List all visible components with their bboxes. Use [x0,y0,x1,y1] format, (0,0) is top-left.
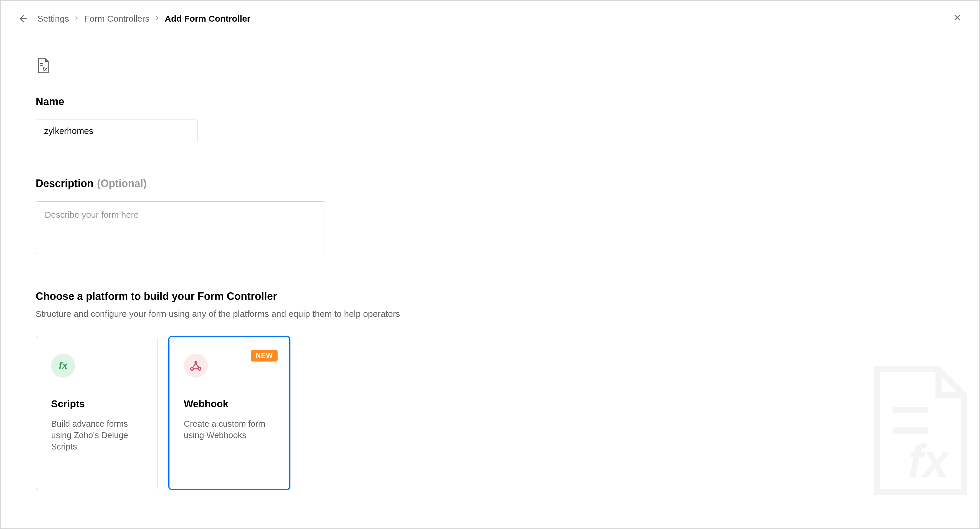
main-content: fx Name Description (Optional) Choose a … [1,37,979,511]
webhook-card-desc: Create a custom form using Webhooks [184,418,275,441]
svg-text:fx: fx [42,66,47,72]
breadcrumb: Settings Form Controllers Add Form Contr… [37,14,250,24]
platform-section: Choose a platform to build your Form Con… [36,290,944,490]
name-label: Name [36,96,944,108]
platform-section-subtitle: Structure and configure your form using … [36,309,944,319]
scripts-icon-wrapper: fx [51,354,75,378]
name-input[interactable] [36,120,198,142]
scripts-card-title: Scripts [51,398,142,409]
webhook-card[interactable]: NEW Webhook Create a custom form using W… [168,336,290,490]
new-badge: NEW [251,350,278,362]
header-left: Settings Form Controllers Add Form Contr… [18,13,250,24]
webhook-icon-wrapper [184,354,208,378]
chevron-right-icon [74,14,80,23]
chevron-right-icon [154,14,160,23]
close-button[interactable] [953,13,962,25]
description-field-group: Description (Optional) [36,177,944,255]
scripts-card-desc: Build advance forms using Zoho's Deluge … [51,418,142,453]
description-label-hint: (Optional) [97,177,147,190]
webhook-icon [189,359,202,372]
scripts-icon: fx [57,359,70,372]
page-icon: fx [36,57,944,75]
name-field-group: Name [36,96,944,142]
scripts-card[interactable]: fx Scripts Build advance forms using Zoh… [36,336,158,490]
close-icon [953,13,962,22]
description-label-text: Description [36,177,94,190]
form-controller-icon: fx [36,57,50,74]
platform-cards-row: fx Scripts Build advance forms using Zoh… [36,336,944,490]
back-button[interactable] [18,13,29,24]
webhook-card-title: Webhook [184,398,275,409]
breadcrumb-current: Add Form Controller [165,14,250,24]
breadcrumb-settings[interactable]: Settings [37,14,69,24]
svg-text:fx: fx [59,360,68,371]
arrow-left-icon [18,13,29,24]
breadcrumb-form-controllers[interactable]: Form Controllers [84,14,149,24]
description-label: Description (Optional) [36,177,944,190]
description-textarea[interactable] [36,201,325,254]
header-bar: Settings Form Controllers Add Form Contr… [1,1,979,37]
platform-section-title: Choose a platform to build your Form Con… [36,290,944,303]
